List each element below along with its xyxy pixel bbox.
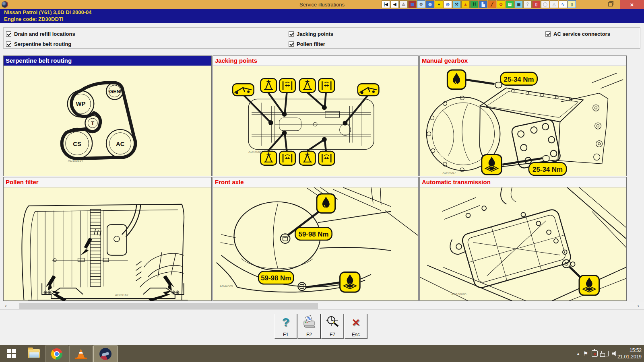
jacking-points-illustration: AD44066 [213,66,418,176]
taskbar-clock[interactable]: 15:52 21.01.2019 [617,347,642,360]
svg-text:AD100680: AD100680 [451,292,466,296]
svg-text:AD44067: AD44067 [442,171,456,175]
mouse-icon[interactable]: ● [435,0,443,8]
gauge-icon[interactable]: ⊙ [497,0,505,8]
technical-screen-icon[interactable]: ▦ [408,0,417,8]
network-icon[interactable] [601,351,609,356]
panel-title-serpentine-belt[interactable]: Serpentine belt routing [4,56,211,66]
warning-faded-icon[interactable]: △ [550,0,558,8]
checkbox-icon [6,41,11,47]
vlc-button[interactable] [69,346,93,362]
help-icon: ? [282,315,289,329]
svg-text:AD44065: AD44065 [220,284,233,288]
bodywork-icon[interactable]: ▲ [461,0,470,8]
truck-icon[interactable]: ▙ [479,0,487,8]
windows-taskbar: ▴ ⚑ × 15:52 21.01.2019 [0,345,644,362]
panel-pollen-filter[interactable]: Pollen filter [3,177,212,301]
svg-text:WP: WP [76,101,86,107]
action-center-flag-icon[interactable]: ⚑ [583,351,588,356]
globe-icon[interactable]: ◍ [426,0,434,8]
checkbox-jacking-points[interactable]: Jacking points [289,30,333,38]
vehicle-header: Nissan Patrol (Y61) 3,0D Di 2000-04 Engi… [0,9,644,23]
airbag-icon[interactable]: ▯ [532,0,541,8]
lift-icon[interactable]: H [470,0,479,8]
adjustments-wrench-icon[interactable]: ⚙ [417,0,425,8]
volume-icon[interactable] [612,351,618,356]
folder-icon [28,349,40,358]
svg-text:AD89167: AD89167 [115,293,129,297]
checkbox-icon [289,31,294,37]
help-button[interactable]: ? F1 [275,314,297,339]
checkbox-drain-refill[interactable]: Drain and refill locations [6,30,75,38]
vlc-cone-icon [75,349,87,359]
scrollbar-thumb[interactable] [19,303,318,309]
scroll-left-arrow[interactable]: ‹ [2,302,9,309]
usb-disconnected-icon[interactable]: × [592,350,598,357]
svg-text:AD44066: AD44066 [248,150,262,154]
checkbox-pollen-filter[interactable]: Pollen filter [289,40,333,48]
checkbox-icon [289,41,294,47]
scroll-right-arrow[interactable]: › [635,302,642,309]
vehicle-engine-code: Engine code: ZD30DDTI [4,16,644,23]
exit-icon: × [352,315,360,329]
tools-icon[interactable]: ⚒ [452,0,461,8]
svg-text:59-98 Nm: 59-98 Nm [261,274,291,282]
illustrations-active-icon[interactable]: ▯ [568,0,576,8]
svg-text:AD103334: AD103334 [68,159,83,162]
panel-title-jacking-points[interactable]: Jacking points [213,56,418,66]
system-tray: ▴ ⚑ × [577,345,618,362]
wiring-icon[interactable]: ∿ [559,0,567,8]
close-button[interactable]: × [620,0,644,9]
chrome-button[interactable] [45,346,68,362]
panel-title-front-axle[interactable]: Front axle [213,177,418,187]
panel-title-automatic-transmission[interactable]: Automatic transmission [420,177,626,187]
svg-text:CS: CS [73,141,81,147]
illustration-grid: Serpentine belt routing GEN WP T [0,54,644,302]
schedule-icon[interactable]: ▣ [514,0,523,8]
start-button[interactable] [0,346,23,362]
torque-badge-top: 59-98 Nm [295,227,332,240]
help-car-icon[interactable]: ? [523,0,532,8]
front-axle-illustration: 59-98 Nm 59-98 Nm AD44065 [213,187,418,301]
desktop: Service illustrations |◀◀⚠▦⚙◍●◎⚒▲H▙╱⊙▤▣?… [0,0,644,362]
panel-jacking-points[interactable]: Jacking points [213,56,419,176]
illustration-filter-group: Drain and refill locations Serpentine be… [3,27,640,49]
panel-title-pollen-filter[interactable]: Pollen filter [4,177,211,187]
printer-icon[interactable]: ▤ [506,0,514,8]
torque-badge-top: 25-34 Nm [500,72,537,85]
spray-tool-icon[interactable]: ╱ [488,0,496,8]
tyre-faded-icon[interactable]: ◯ [541,0,549,8]
svg-text:GEN: GEN [109,88,120,95]
autodata-disc-icon [99,348,111,360]
clock-date: 21.01.2019 [617,354,642,360]
titlebar-toolbar: |◀◀⚠▦⚙◍●◎⚒▲H▙╱⊙▤▣?▯◯△∿▯ [382,0,576,8]
warning-triangle-icon[interactable]: ⚠ [399,0,408,8]
checkbox-serpentine-belt[interactable]: Serpentine belt routing [6,40,75,48]
nav-first-icon[interactable]: |◀ [382,0,390,8]
nav-back-icon[interactable]: ◀ [390,0,399,8]
autodata-button[interactable] [93,346,118,362]
exit-button[interactable]: × Esc [345,314,367,339]
svg-text:AC: AC [116,141,125,147]
vehicle-model: Nissan Patrol (Y61) 3,0D Di 2000-04 [4,9,644,16]
svg-text:25-34 Nm: 25-34 Nm [533,166,563,173]
function-button-bar: ? F1 F2 [0,309,644,346]
file-explorer-button[interactable] [24,346,43,362]
checkbox-ac-service[interactable]: AC service connectors [545,30,610,38]
panel-automatic-transmission[interactable]: Automatic transmission [419,177,627,301]
hidden-icons-chevron[interactable]: ▴ [577,351,579,356]
panel-title-manual-gearbox[interactable]: Manual gearbox [420,56,626,66]
restore-button[interactable] [602,0,618,9]
print-icon [302,315,316,328]
magnifier-button[interactable]: F7 [321,314,344,339]
panel-serpentine-belt[interactable]: Serpentine belt routing GEN WP T [3,56,212,176]
magnifier-icon [326,315,339,328]
panel-manual-gearbox[interactable]: Manual gearbox [419,56,627,176]
print-button[interactable]: F2 [298,314,320,339]
checkbox-icon [545,31,551,37]
wheel-icon[interactable]: ◎ [444,0,452,8]
windows-logo-icon [7,349,16,358]
svg-text:25-34 Nm: 25-34 Nm [504,76,534,83]
torque-badge-bottom: 59-98 Nm [258,272,293,284]
panel-front-axle[interactable]: Front axle [213,177,419,301]
